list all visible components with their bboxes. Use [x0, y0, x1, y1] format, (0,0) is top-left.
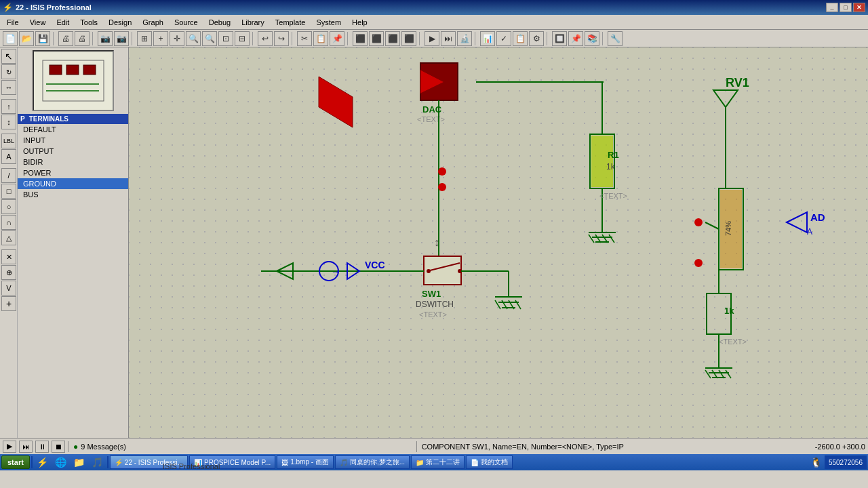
sim-probe-button[interactable]: 🔬 [457, 31, 472, 46]
taskbar-docs[interactable]: 📄 我的文档 [466, 455, 513, 469]
svg-rect-3 [83, 65, 96, 75]
terminal-bus[interactable]: BUS [18, 189, 128, 200]
zoom-fit-button[interactable]: ⊡ [218, 31, 233, 46]
taskbar-icon-isis[interactable]: ⚡ [34, 457, 51, 468]
menu-source[interactable]: Source [169, 17, 203, 28]
junction-tool[interactable]: ↔ [1, 80, 16, 95]
zoom-area-button[interactable]: ⊟ [235, 31, 250, 46]
schematic-canvas-area[interactable]: DAC <TEXT> SW1 DSWITCH <TEXT> → [129, 47, 868, 438]
sep [68, 441, 71, 452]
play-btn[interactable]: ▶ [3, 441, 16, 453]
block-move-button[interactable]: ⬛ [369, 31, 384, 46]
menu-file[interactable]: File [1, 17, 24, 28]
cut-button[interactable]: ✂ [297, 31, 312, 46]
circle-tool[interactable]: ○ [1, 199, 16, 214]
taskbar-lecture[interactable]: 📁 第二十二讲 [411, 455, 465, 469]
paste-button[interactable]: 📌 [330, 31, 344, 46]
voltage-tool[interactable]: V [1, 281, 16, 296]
bus-tool[interactable]: ↕ [1, 115, 16, 129]
spice-button[interactable]: ⚙ [529, 31, 544, 46]
taskbar-qqicon[interactable]: 🐧 [810, 457, 822, 468]
redo-button[interactable]: ↪ [274, 31, 289, 46]
select-tool[interactable]: ↖ [1, 49, 16, 64]
sim-play-button[interactable]: ▶ [425, 31, 439, 46]
component-tool[interactable]: ↻ [1, 64, 16, 79]
copy-button[interactable]: 📋 [313, 31, 328, 46]
maximize-button[interactable]: □ [840, 3, 852, 12]
terminal-default[interactable]: DEFAULT [18, 124, 128, 135]
close-button[interactable]: ✕ [853, 3, 865, 12]
menu-edit[interactable]: Edit [51, 17, 75, 28]
menu-library[interactable]: Library [236, 17, 270, 28]
r1-fill [591, 136, 613, 187]
taskbar-music[interactable]: 🎵 同桌的你,梦之旅... [335, 455, 410, 469]
separator [252, 32, 255, 45]
menu-template[interactable]: Template [270, 17, 311, 28]
minimize-button[interactable]: _ [826, 3, 838, 12]
text-tool[interactable]: A [1, 149, 16, 164]
rv1-triangle [713, 90, 738, 107]
window-title: 22 - ISIS Professional [16, 3, 92, 12]
zoom-out-button[interactable]: 🔍 [202, 31, 217, 46]
bom-button[interactable]: 📋 [513, 31, 528, 46]
box-tool[interactable]: □ [1, 184, 16, 199]
capture2-button[interactable]: 📷 [114, 31, 129, 46]
new-button[interactable]: 📄 [3, 31, 18, 46]
grid-button[interactable]: ⊞ [137, 31, 152, 46]
taskbar-isis[interactable]: ⚡ 22 - ISIS Professi... [110, 455, 188, 469]
title-controls[interactable]: _ □ ✕ [826, 3, 865, 12]
menu-design[interactable]: Design [103, 17, 137, 28]
origin-button[interactable]: + [153, 31, 168, 46]
netlist-button[interactable]: 📊 [480, 31, 495, 46]
marker-tool[interactable]: ✕ [1, 249, 16, 264]
wire-tool[interactable]: ↑ [1, 99, 16, 114]
probe-tool[interactable]: ⊕ [1, 265, 16, 280]
menu-graph[interactable]: Graph [137, 17, 169, 28]
check-button[interactable]: ✓ [496, 31, 511, 46]
br-g-hatch4 [726, 370, 731, 378]
terminal-power[interactable]: POWER [18, 167, 128, 178]
terminal-input[interactable]: INPUT [18, 135, 128, 146]
block-rotate-button[interactable]: ⬛ [385, 31, 400, 46]
menu-system[interactable]: System [311, 17, 347, 28]
capture-button[interactable]: 📷 [98, 31, 113, 46]
label-tool[interactable]: LBL [1, 134, 16, 148]
menu-view[interactable]: View [24, 17, 52, 28]
block-copy-button[interactable]: ⬛ [353, 31, 368, 46]
arc-tool[interactable]: ∩ [1, 215, 16, 230]
plus-tool[interactable]: + [1, 296, 16, 311]
taskbar-bmp[interactable]: 🖼 1.bmp - 画图 [277, 455, 334, 469]
terminal-output[interactable]: OUTPUT [18, 146, 128, 157]
draw-tool[interactable]: / [1, 168, 16, 183]
start-button[interactable]: start [1, 455, 30, 469]
pcb-button[interactable]: 🔲 [552, 31, 567, 46]
add-button[interactable]: ✛ [170, 31, 184, 46]
taskbar-icon-media[interactable]: 🎵 [89, 457, 106, 468]
pause-btn[interactable]: ⏸ [35, 441, 49, 453]
assign-button[interactable]: 📌 [568, 31, 583, 46]
zoom-in-button[interactable]: 🔍 [186, 31, 201, 46]
sim-forward-button[interactable]: ⏭ [441, 31, 456, 46]
block-delete-button[interactable]: ⬛ [401, 31, 416, 46]
menu-help[interactable]: Help [347, 17, 373, 28]
open-button[interactable]: 📂 [19, 31, 34, 46]
save-button[interactable]: 💾 [35, 31, 50, 46]
undo-button[interactable]: ↩ [258, 31, 273, 46]
print-button[interactable]: 🖨 [58, 31, 73, 46]
menu-debug[interactable]: Debug [203, 17, 236, 28]
lib-button[interactable]: 📚 [585, 31, 599, 46]
taskbar-prospice[interactable]: 📊 PROSPICE Model P... [189, 455, 275, 469]
taskbar-icon-browser[interactable]: 🌐 [52, 457, 69, 468]
menu-tools[interactable]: Tools [75, 17, 103, 28]
extra-button[interactable]: 🔧 [608, 31, 623, 46]
taskbar-icon-folder[interactable]: 📁 [71, 457, 87, 468]
poly-tool[interactable]: △ [1, 230, 16, 245]
print2-button[interactable]: 🖨 [75, 31, 90, 46]
main-toolbar: 📄 📂 💾 🖨 🖨 📷 📷 ⊞ + ✛ 🔍 🔍 ⊡ ⊟ ↩ ↪ ✂ 📋 📌 ⬛ … [0, 30, 868, 47]
terminal-bidir[interactable]: BIDIR [18, 157, 128, 167]
taskbar-lecture-label: 第二十二讲 [426, 458, 460, 467]
stop-btn[interactable]: ⏹ [52, 441, 65, 453]
terminal-ground[interactable]: GROUND [18, 178, 128, 189]
step-btn[interactable]: ⏭ [19, 441, 33, 453]
sw1-text: <TEXT> [419, 310, 447, 319]
